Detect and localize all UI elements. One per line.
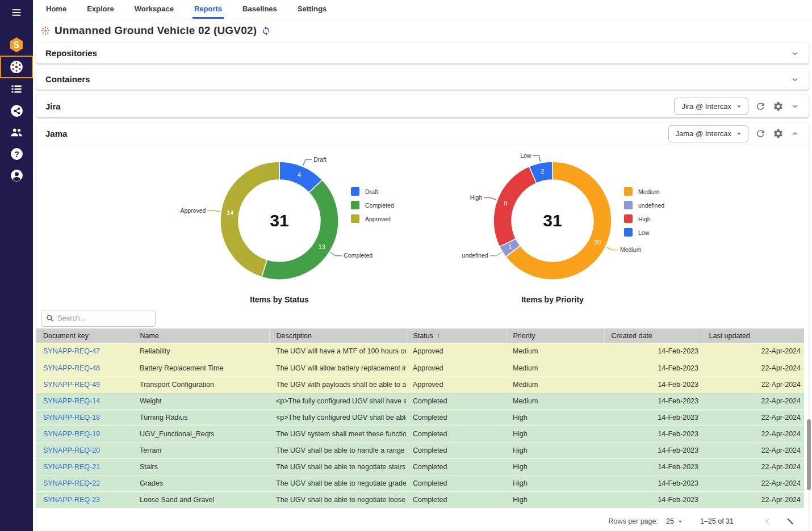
- cell-key[interactable]: SYNAPP-REQ-48: [36, 360, 133, 376]
- chevron-down-icon[interactable]: [790, 75, 800, 84]
- sync-icon[interactable]: [261, 26, 271, 36]
- legend-swatch: [351, 187, 359, 196]
- repositories-title: Repositories: [45, 48, 97, 58]
- nav-item-explore[interactable]: Explore: [85, 0, 116, 19]
- column-header-description[interactable]: Description: [269, 328, 406, 343]
- cell-created: 14-Feb-2023: [604, 458, 702, 475]
- column-header-name[interactable]: Name: [133, 328, 269, 343]
- chevron-down-icon[interactable]: [790, 49, 800, 58]
- column-header-status[interactable]: Status↑: [406, 328, 506, 343]
- cell-key[interactable]: SYNAPP-REQ-23: [36, 491, 133, 508]
- refresh-icon[interactable]: [755, 128, 766, 139]
- legend-item-medium[interactable]: Medium: [624, 187, 664, 196]
- table-row[interactable]: SYNAPP-REQ-21StairsThe UGV shall be able…: [36, 458, 804, 475]
- menu-icon[interactable]: [0, 1, 33, 24]
- cell-created: 14-Feb-2023: [604, 376, 702, 393]
- containers-header[interactable]: Containers: [36, 69, 809, 90]
- cell-created: 14-Feb-2023: [604, 442, 702, 458]
- chevron-down-icon[interactable]: [790, 102, 800, 111]
- legend-swatch: [624, 201, 633, 209]
- next-page-button[interactable]: [785, 517, 794, 526]
- gear-icon[interactable]: [773, 101, 784, 112]
- nav-item-home[interactable]: Home: [44, 0, 68, 19]
- cell-updated: 22-Apr-2024: [702, 343, 804, 360]
- cell-status: Completed: [406, 393, 506, 409]
- hub-icon[interactable]: [0, 56, 33, 78]
- donut-segment-completed[interactable]: [262, 180, 338, 280]
- jira-header[interactable]: Jira Jira @ Intercax: [36, 95, 809, 117]
- repositories-header[interactable]: Repositories: [36, 43, 809, 64]
- users-icon[interactable]: [0, 121, 33, 143]
- legend-item-low[interactable]: Low: [624, 228, 664, 237]
- chevron-up-icon[interactable]: [790, 129, 800, 138]
- donut-segment-high[interactable]: [493, 166, 537, 246]
- cell-key[interactable]: SYNAPP-REQ-47: [36, 343, 133, 360]
- syndeia-logo[interactable]: S: [0, 34, 33, 56]
- column-header-created-date[interactable]: Created date: [604, 328, 702, 343]
- chart-title: Items by Priority: [422, 295, 683, 304]
- cell-key[interactable]: SYNAPP-REQ-19: [36, 425, 133, 442]
- donut-total: 31: [543, 211, 562, 230]
- table-row[interactable]: SYNAPP-REQ-47ReliabilityThe UGV will hav…: [36, 343, 804, 360]
- jama-header[interactable]: Jama Jama @ Intercax: [36, 123, 809, 145]
- cell-description: The UGV with payloads shall be able to a…: [269, 376, 406, 393]
- cell-key[interactable]: SYNAPP-REQ-21: [36, 458, 133, 475]
- search-icon: [46, 314, 54, 322]
- help-icon[interactable]: ?: [0, 143, 33, 165]
- legend-label: Low: [638, 229, 649, 236]
- top-navigation: HomeExploreWorkspaceReportsBaselinesSett…: [33, 0, 812, 19]
- legend-item-draft[interactable]: Draft: [351, 187, 394, 196]
- label-leader-line: [303, 159, 312, 165]
- cell-key[interactable]: SYNAPP-REQ-20: [36, 442, 133, 458]
- column-header-priority[interactable]: Priority: [506, 328, 604, 343]
- legend-item-high[interactable]: High: [624, 214, 664, 223]
- column-header-document-key[interactable]: Document key: [36, 328, 133, 343]
- prev-page-button[interactable]: [763, 517, 772, 526]
- cell-key[interactable]: SYNAPP-REQ-22: [36, 475, 133, 491]
- cell-updated: 22-Apr-2024: [702, 360, 804, 376]
- panel-jira: Jira Jira @ Intercax: [36, 95, 809, 117]
- table-row[interactable]: SYNAPP-REQ-20TerrainThe UGV shall be abl…: [36, 442, 804, 458]
- legend-item-completed[interactable]: Completed: [351, 201, 394, 209]
- table-row[interactable]: SYNAPP-REQ-19UGV_Functional_ReqtsThe UGV…: [36, 425, 804, 442]
- cell-description: The UGV will allow battery replacement i…: [269, 360, 406, 376]
- table-row[interactable]: SYNAPP-REQ-18Turning Radius<p>The fully …: [36, 409, 804, 425]
- legend-swatch: [624, 214, 633, 223]
- nav-item-workspace[interactable]: Workspace: [133, 0, 175, 19]
- cell-priority: High: [506, 458, 604, 475]
- cell-status: Approved: [406, 376, 506, 393]
- nav-item-settings[interactable]: Settings: [296, 0, 328, 19]
- list-icon[interactable]: [0, 78, 33, 100]
- page-range: 1–25 of 31: [700, 517, 734, 525]
- legend-item-undefined[interactable]: undefined: [624, 201, 664, 209]
- table-row[interactable]: SYNAPP-REQ-48Battery Replacement TimeThe…: [36, 360, 804, 376]
- cell-key[interactable]: SYNAPP-REQ-49: [36, 376, 133, 393]
- jira-repo-select[interactable]: Jira @ Intercax: [674, 98, 748, 115]
- table-row[interactable]: SYNAPP-REQ-14Weight<p>The fully configur…: [36, 393, 804, 409]
- table-search[interactable]: [41, 310, 156, 327]
- table-row[interactable]: SYNAPP-REQ-49Transport ConfigurationThe …: [36, 376, 804, 393]
- rows-per-page-select[interactable]: 25: [666, 517, 683, 525]
- gear-icon[interactable]: [773, 128, 784, 139]
- legend-label: Completed: [365, 202, 394, 209]
- nav-item-reports[interactable]: Reports: [192, 0, 224, 19]
- nav-item-baselines[interactable]: Baselines: [241, 0, 279, 19]
- refresh-icon[interactable]: [755, 101, 766, 112]
- search-input[interactable]: [57, 314, 148, 322]
- cell-updated: 22-Apr-2024: [702, 425, 804, 442]
- account-icon[interactable]: [0, 165, 33, 186]
- table-row[interactable]: SYNAPP-REQ-22GradesThe UGV shall be able…: [36, 475, 804, 491]
- cell-key[interactable]: SYNAPP-REQ-18: [36, 409, 133, 425]
- table-scrollbar[interactable]: [807, 419, 811, 490]
- column-header-last-updated[interactable]: Last updated: [702, 328, 804, 343]
- cell-name: Stairs: [133, 458, 269, 475]
- svg-text:S: S: [14, 40, 20, 50]
- segment-value: 14: [227, 209, 233, 216]
- label-leader-line: [207, 210, 220, 212]
- legend-item-approved[interactable]: Approved: [351, 214, 394, 223]
- jama-repo-select[interactable]: Jama @ Intercax: [668, 125, 748, 142]
- share-icon[interactable]: [0, 100, 33, 121]
- table-row[interactable]: SYNAPP-REQ-23Loose Sand and GravelThe UG…: [36, 491, 804, 508]
- page-header: Unmanned Ground Vehicle 02 (UGV02): [33, 19, 812, 43]
- cell-key[interactable]: SYNAPP-REQ-14: [36, 393, 133, 409]
